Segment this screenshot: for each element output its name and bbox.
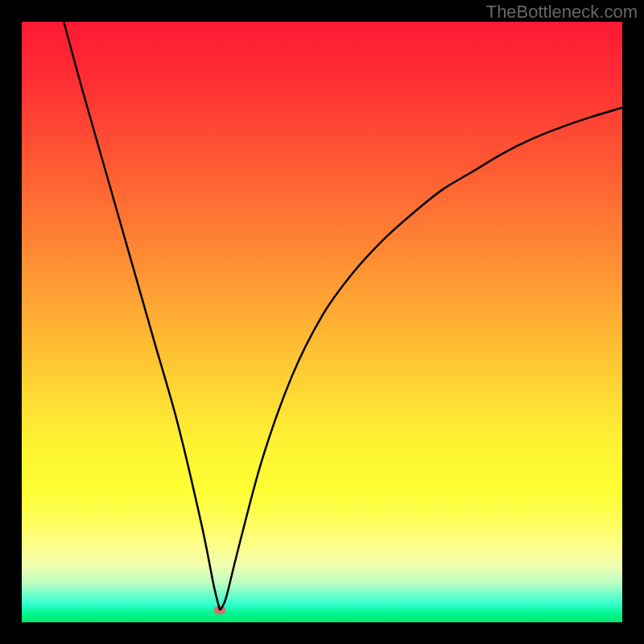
chart-container: TheBottleneck.com <box>0 0 644 644</box>
plot-area <box>22 22 622 622</box>
watermark-text: TheBottleneck.com <box>486 2 638 23</box>
bottleneck-curve <box>22 22 622 622</box>
